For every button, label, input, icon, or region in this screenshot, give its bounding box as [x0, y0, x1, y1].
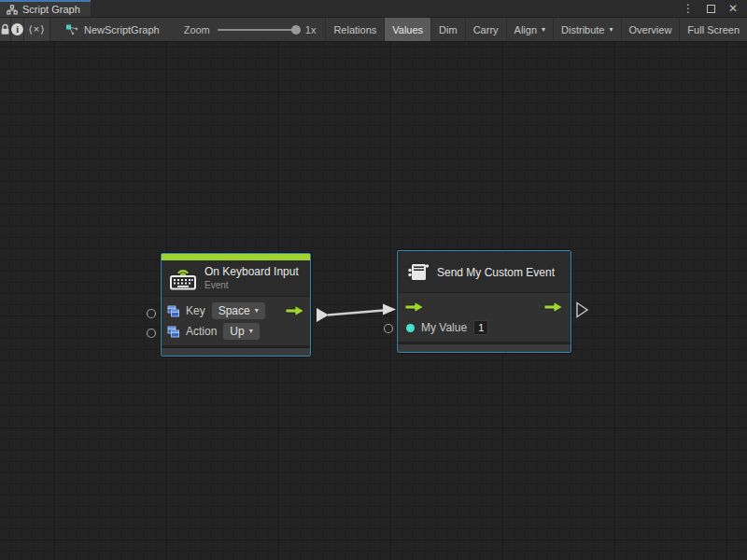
- node-header: Send My Custom Event: [398, 251, 571, 292]
- zoom-slider[interactable]: [218, 29, 298, 31]
- param-row-key: Key Space ▾: [167, 301, 304, 321]
- toggle-dim[interactable]: Dim: [430, 18, 465, 41]
- node-title: Send My Custom Event: [437, 266, 555, 279]
- zoom-slider-handle[interactable]: [291, 25, 301, 35]
- connection-wire[interactable]: [328, 310, 392, 315]
- maximize-icon[interactable]: [707, 5, 715, 13]
- node-header: On Keyboard Input Event: [162, 260, 310, 296]
- value-port-dot-icon: [406, 324, 415, 332]
- graph-name-label: NewScriptGraph: [84, 24, 160, 35]
- graph-asset[interactable]: NewScriptGraph: [65, 18, 160, 41]
- node-body: Key Space ▾ Action: [162, 296, 310, 345]
- connections-overlay: [0, 42, 747, 560]
- chevron-down-icon: ▾: [249, 327, 253, 336]
- param-label: Action: [186, 325, 217, 338]
- chevron-down-icon: ▾: [542, 25, 545, 34]
- chevron-down-icon: ▾: [255, 306, 259, 315]
- info-icon: i: [11, 23, 23, 35]
- input-label: My Value: [421, 321, 467, 334]
- tab-title: Script Graph: [22, 4, 80, 15]
- port-trigger-output-connected[interactable]: [317, 308, 329, 322]
- toggle-carry[interactable]: Carry: [465, 18, 506, 41]
- info-button[interactable]: i: [11, 18, 24, 41]
- menu-align[interactable]: Align ▾: [506, 18, 553, 41]
- custom-event-icon: [406, 260, 430, 284]
- lock-icon: [0, 23, 10, 35]
- event-accent-bar: [162, 254, 310, 260]
- literal-value-icon: [167, 305, 179, 317]
- graph-canvas[interactable]: On Keyboard Input Event Key Space ▾: [0, 42, 747, 560]
- close-icon[interactable]: ✕: [728, 3, 738, 14]
- node-footer: [398, 343, 571, 352]
- more-menu-icon[interactable]: ⋮: [683, 3, 694, 14]
- overview-button[interactable]: Overview: [621, 18, 680, 41]
- trigger-arrow-icon: [286, 305, 304, 316]
- tab-script-graph[interactable]: Script Graph: [0, 0, 91, 17]
- edit-source-button[interactable]: ⟨×⟩: [24, 18, 50, 41]
- trigger-arrow-in-icon: [405, 301, 424, 313]
- code-icon: ⟨×⟩: [28, 23, 45, 35]
- chevron-down-icon: ▾: [610, 25, 613, 34]
- window-tab-bar: Script Graph ⋮ ✕: [0, 0, 747, 18]
- node-footer: [162, 347, 310, 356]
- param-label: Key: [186, 304, 205, 317]
- port-my-value-input[interactable]: [385, 325, 393, 333]
- flow-row: [403, 297, 565, 317]
- toggle-values[interactable]: Values: [384, 18, 430, 41]
- trigger-arrow-out-icon: [544, 301, 563, 313]
- port-action-input[interactable]: [148, 329, 156, 338]
- literal-value-icon: [167, 326, 179, 338]
- node-on-keyboard-input[interactable]: On Keyboard Input Event Key Space ▾: [161, 253, 311, 357]
- param-row-action: Action Up ▾: [167, 321, 304, 342]
- node-subtitle: Event: [204, 280, 299, 290]
- port-key-input[interactable]: [148, 310, 156, 318]
- keyboard-input-icon: [169, 266, 197, 290]
- lock-button[interactable]: [0, 18, 11, 41]
- node-body: My Value 1: [398, 292, 571, 342]
- zoom-level: 1x: [305, 24, 317, 35]
- my-value-field[interactable]: 1: [473, 320, 488, 335]
- input-row-my-value: My Value 1: [403, 317, 565, 338]
- graph-hierarchy-icon: [7, 5, 18, 15]
- toggle-relations[interactable]: Relations: [325, 18, 384, 41]
- zoom-label: Zoom: [184, 24, 210, 35]
- full-screen-button[interactable]: Full Screen: [679, 18, 747, 41]
- port-trigger-output-unconnected[interactable]: [577, 303, 587, 317]
- key-dropdown[interactable]: Space ▾: [212, 302, 265, 319]
- graph-toolbar: i ⟨×⟩ NewScriptGraph Zoom 1x Relations V…: [0, 18, 747, 42]
- menu-distribute[interactable]: Distribute ▾: [553, 18, 620, 41]
- script-graph-icon: [65, 24, 78, 35]
- node-title: On Keyboard Input: [204, 265, 299, 278]
- connection-arrowhead: [383, 304, 396, 315]
- action-dropdown[interactable]: Up ▾: [223, 323, 259, 340]
- node-send-my-custom-event[interactable]: Send My Custom Event My Value 1: [397, 250, 571, 353]
